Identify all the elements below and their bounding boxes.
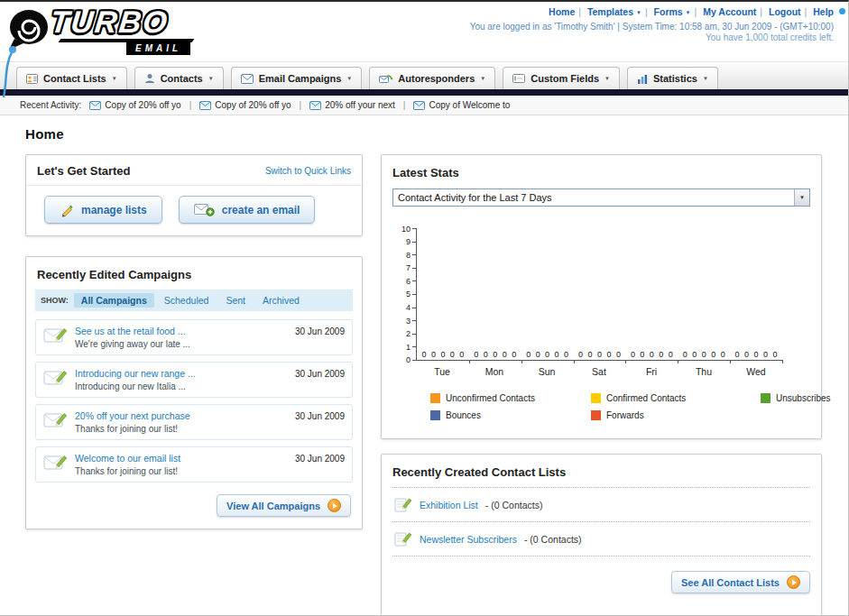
campaign-row: Introducing our new range ... Introducin…: [35, 362, 353, 398]
chart-group: 00000: [678, 228, 730, 360]
tab-custom-fields[interactable]: Custom Fields ▼: [503, 67, 620, 89]
get-started-title: Let's Get Started: [37, 164, 131, 178]
campaign-edit-icon: [43, 410, 68, 428]
legend-label: Unconfirmed Contacts: [446, 393, 535, 403]
recent-activity-item[interactable]: 20% off your next: [309, 100, 395, 110]
campaign-link[interactable]: 20% off your next purchase: [75, 410, 288, 421]
chevron-down-icon: ▼: [480, 76, 485, 81]
recent-activity-item[interactable]: Copy of 20% off yo: [199, 100, 291, 110]
chart-group: 00000: [417, 228, 469, 360]
manage-lists-button[interactable]: manage lists: [44, 196, 162, 224]
autoresponders-icon: [379, 73, 392, 84]
page: TURBO EMAIL Home| Templates ▼| Forms ▼| …: [0, 0, 849, 616]
filter-sent[interactable]: Sent: [218, 293, 253, 308]
chevron-down-icon: ▼: [794, 189, 809, 206]
campaign-date: 30 Jun 2009: [295, 410, 345, 421]
create-email-button[interactable]: create an email: [179, 196, 316, 224]
login-info: You are logged in as 'Timothy Smith' | S…: [470, 22, 834, 32]
statistics-icon: [637, 74, 648, 84]
y-tick: 9: [396, 242, 416, 243]
stats-range-select[interactable]: Contact Activity for the Last 7 Days ▼: [392, 188, 810, 207]
filter-scheduled[interactable]: Scheduled: [157, 293, 217, 308]
link-forms[interactable]: Forms ▼: [654, 6, 691, 17]
contact-list-link[interactable]: Newsletter Subscribers: [420, 534, 517, 545]
link-home[interactable]: Home: [549, 6, 575, 17]
campaign-edit-icon: [43, 368, 68, 386]
get-started-panel: Let's Get Started Switch to Quick Links …: [25, 154, 363, 236]
main-content: Home Let's Get Started Switch to Quick L…: [0, 115, 848, 616]
legend-swatch: [430, 410, 440, 420]
pencil-icon: [60, 203, 74, 217]
campaign-row: 20% off your next purchase Thanks for jo…: [35, 404, 353, 440]
campaign-row: See us at the retail food ... We're givi…: [35, 319, 353, 355]
contacts-icon: [144, 73, 155, 84]
contact-list-count: - (0 Contacts): [485, 500, 543, 510]
campaign-edit-icon: [43, 326, 68, 344]
link-help[interactable]: Help: [813, 6, 834, 17]
legend-swatch: [591, 410, 601, 420]
campaigns-filter-bar: SHOW: All Campaigns Scheduled Sent Archi…: [35, 290, 353, 311]
filter-all-campaigns[interactable]: All Campaigns: [74, 293, 154, 308]
legend-label: Bounces: [446, 410, 481, 420]
custom-fields-icon: [512, 74, 525, 83]
recent-activity-item[interactable]: Copy of Welcome to: [413, 100, 510, 110]
contact-lists-panel: Recently Created Contact Lists Exhibitio…: [381, 454, 822, 616]
x-axis-label: Sat: [573, 366, 625, 377]
show-label: SHOW:: [41, 296, 69, 305]
header: TURBO EMAIL Home| Templates ▼| Forms ▼| …: [0, 2, 848, 61]
credits-info: You have 1,000 total credits left.: [706, 32, 834, 42]
chevron-down-icon: ▼: [112, 76, 117, 81]
chart-group: 00000: [574, 228, 626, 360]
campaign-subtitle: We're giving away our late ...: [75, 339, 288, 349]
legend-swatch: [591, 393, 601, 403]
legend-label: Confirmed Contacts: [606, 393, 686, 403]
y-tick: 4: [396, 308, 416, 308]
recent-activity-item[interactable]: Copy of 20% off yo: [89, 100, 180, 110]
campaign-row: Welcome to our email list Thanks for joi…: [35, 446, 353, 483]
tab-contact-lists[interactable]: Contact Lists ▼: [16, 67, 127, 89]
list-edit-icon: [394, 497, 412, 512]
header-links: Home| Templates ▼| Forms ▼| My Account| …: [549, 6, 834, 17]
blue-dot-decoration: [839, 8, 845, 14]
campaign-subtitle: Introducing our new Italia ...: [75, 382, 288, 391]
campaign-date: 30 Jun 2009: [295, 368, 345, 379]
contact-list-count: - (0 Contacts): [524, 534, 582, 545]
recent-activity-bar: Recent Activity: Copy of 20% off yo | Co…: [0, 96, 848, 115]
x-axis-label: Fri: [625, 366, 678, 377]
campaign-link[interactable]: Welcome to our email list: [75, 453, 288, 464]
campaign-list: See us at the retail food ... We're givi…: [26, 311, 362, 491]
x-axis-label: Mon: [468, 366, 521, 377]
chevron-down-icon: ▼: [604, 76, 610, 81]
legend-item: Unconfirmed Contacts: [430, 393, 591, 403]
view-all-campaigns-button[interactable]: View All Campaigns: [217, 494, 351, 517]
chart-group: 00000: [521, 228, 574, 360]
x-axis-label: Tue: [416, 366, 468, 377]
link-logout[interactable]: Logout: [769, 6, 801, 17]
campaign-link[interactable]: Introducing our new range ...: [75, 368, 288, 379]
see-all-contact-lists-button[interactable]: See All Contact Lists: [671, 571, 810, 593]
switch-quick-links-link[interactable]: Switch to Quick Links: [265, 166, 351, 176]
campaign-edit-icon: [43, 453, 68, 471]
x-axis-label: Wed: [730, 366, 782, 377]
link-my-account[interactable]: My Account: [703, 6, 756, 17]
contact-activity-chart: 109876543210 000000000000000000000000000…: [396, 228, 814, 361]
tab-autoresponders[interactable]: Autoresponders ▼: [369, 67, 495, 89]
tab-statistics[interactable]: Statistics ▼: [627, 67, 718, 89]
contact-lists-title: Recently Created Contact Lists: [382, 455, 821, 487]
tab-contacts[interactable]: Contacts ▼: [134, 67, 224, 89]
envelope-icon: [89, 101, 101, 110]
envelope-plus-icon: [194, 203, 215, 216]
tab-email-campaigns[interactable]: Email Campaigns ▼: [231, 67, 363, 89]
nav-divider-bar: [0, 89, 848, 96]
y-tick: 5: [396, 294, 416, 295]
chart-x-labels: TueMonSunSatFriThuWed: [416, 366, 782, 377]
legend-item: Bounces: [430, 410, 591, 420]
contact-list-link[interactable]: Exhibition List: [420, 500, 478, 510]
app-logo[interactable]: TURBO EMAIL: [9, 6, 235, 55]
y-tick: 1: [396, 346, 416, 347]
x-axis-label: Thu: [678, 366, 730, 377]
link-templates[interactable]: Templates ▼: [587, 6, 641, 17]
campaign-link[interactable]: See us at the retail food ...: [75, 326, 288, 336]
x-axis-label: Sun: [521, 366, 573, 377]
filter-archived[interactable]: Archived: [255, 293, 307, 308]
